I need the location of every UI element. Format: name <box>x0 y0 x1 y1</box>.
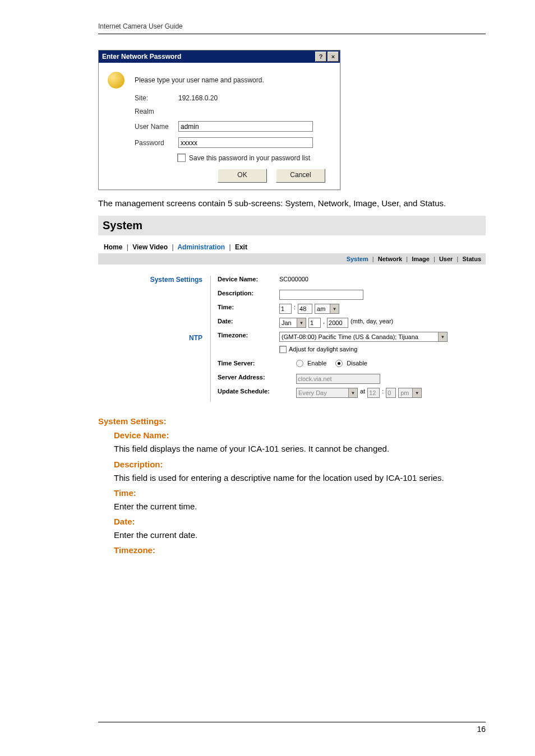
subnav-network[interactable]: Network <box>378 256 402 262</box>
group-system-settings: System Settings <box>104 276 202 284</box>
p-time: Enter the current time. <box>114 501 486 512</box>
h-system-settings: System Settings: <box>98 416 486 426</box>
chevron-down-icon: ▼ <box>438 332 447 341</box>
site-value: 192.168.0.20 <box>178 94 331 102</box>
date-day-input[interactable] <box>308 318 321 328</box>
chevron-down-icon: ▼ <box>297 318 306 327</box>
update-ampm-select[interactable]: pm▼ <box>398 388 422 398</box>
date-year-input[interactable] <box>327 318 348 328</box>
dst-label: Adjust for daylight saving <box>289 346 357 353</box>
doc-header: Internet Camera User Guide <box>98 22 486 34</box>
h-description: Description: <box>114 460 486 469</box>
description-input[interactable] <box>279 290 363 300</box>
timeserver-disable-radio[interactable] <box>335 360 343 367</box>
close-button[interactable]: × <box>328 52 339 62</box>
save-password-label: Save this password in your password list <box>189 154 310 162</box>
update-hr-input[interactable] <box>367 388 380 398</box>
timezone-select[interactable]: (GMT-08:00) Pacific Time (US & Canada); … <box>279 332 448 342</box>
chevron-down-icon: ▼ <box>348 388 357 397</box>
date-comma: , <box>323 318 325 324</box>
section-heading-system: System <box>98 216 486 235</box>
username-input[interactable] <box>178 121 313 132</box>
time-hour-input[interactable] <box>279 304 292 314</box>
timeserver-enable-radio[interactable] <box>296 360 303 367</box>
time-min-input[interactable] <box>298 304 312 314</box>
page-footer: 16 <box>98 722 486 734</box>
dialog-prompt: Please type your user name and password. <box>135 76 264 84</box>
lbl-description: Description: <box>218 290 279 304</box>
lbl-time-server: Time Server: <box>218 360 279 374</box>
h-date: Date: <box>114 517 486 526</box>
intro-text: The management screens contain 5 sub-scr… <box>98 198 486 209</box>
admin-sub-nav: System | Network | Image | User | Status <box>98 253 486 265</box>
server-address-input[interactable] <box>296 374 380 384</box>
save-password-checkbox[interactable] <box>177 154 186 162</box>
subnav-status[interactable]: Status <box>462 256 481 262</box>
realm-label: Realm <box>135 108 178 115</box>
admin-top-nav: Home | View Video | Administration | Exi… <box>98 243 486 253</box>
lbl-server-address: Server Address: <box>218 374 279 388</box>
time-ampm-select[interactable]: am▼ <box>315 304 339 314</box>
val-device-name: SC000000 <box>279 276 308 282</box>
date-hint: (mth, day, year) <box>350 318 393 324</box>
subnav-image[interactable]: Image <box>412 256 430 262</box>
site-label: Site: <box>135 94 178 102</box>
update-min-input[interactable] <box>386 388 396 398</box>
lbl-update-schedule: Update Schedule: <box>218 388 279 402</box>
nav-administration[interactable]: Administration <box>177 243 225 251</box>
password-dialog: Enter Network Password ? × Please type y… <box>98 50 340 190</box>
ts-disable-label: Disable <box>347 360 367 367</box>
subnav-system[interactable]: System <box>347 256 368 262</box>
cancel-button[interactable]: Cancel <box>276 169 325 183</box>
username-label: User Name <box>135 123 178 131</box>
nav-home[interactable]: Home <box>104 243 122 251</box>
keys-icon <box>108 72 124 89</box>
help-button[interactable]: ? <box>315 52 326 62</box>
h-device-name: Device Name: <box>114 430 486 440</box>
date-month-select[interactable]: Jan▼ <box>279 318 306 328</box>
dialog-titlebar: Enter Network Password ? × <box>99 50 340 63</box>
admin-panel: Home | View Video | Administration | Exi… <box>98 243 486 402</box>
subnav-user[interactable]: User <box>439 256 453 262</box>
p-description: This field is used for entering a descri… <box>114 472 486 484</box>
ts-enable-label: Enable <box>307 360 326 367</box>
chevron-down-icon: ▼ <box>330 304 339 313</box>
p-date: Enter the current date. <box>114 530 486 541</box>
h-time: Time: <box>114 488 486 498</box>
dialog-title: Enter Network Password <box>102 53 314 61</box>
nav-exit[interactable]: Exit <box>235 243 247 251</box>
chevron-down-icon: ▼ <box>412 388 421 397</box>
password-label: Password <box>135 139 178 147</box>
time-colon1: : <box>294 304 296 310</box>
lbl-time: Time: <box>218 304 279 318</box>
at-label: at <box>360 388 365 395</box>
lbl-timezone: Timezone: <box>218 332 279 360</box>
password-input[interactable] <box>178 137 313 148</box>
lbl-date: Date: <box>218 318 279 332</box>
group-ntp: NTP <box>104 334 202 342</box>
h-timezone: Timezone: <box>114 545 486 555</box>
p-device-name: This field displays the name of your ICA… <box>114 443 486 454</box>
update-colon: : <box>382 388 384 395</box>
page-number: 16 <box>477 725 486 734</box>
lbl-device-name: Device Name: <box>218 276 279 290</box>
nav-view-video[interactable]: View Video <box>132 243 168 251</box>
ok-button[interactable]: OK <box>218 169 267 183</box>
dst-checkbox[interactable] <box>279 346 287 353</box>
update-day-select[interactable]: Every Day▼ <box>296 388 358 398</box>
